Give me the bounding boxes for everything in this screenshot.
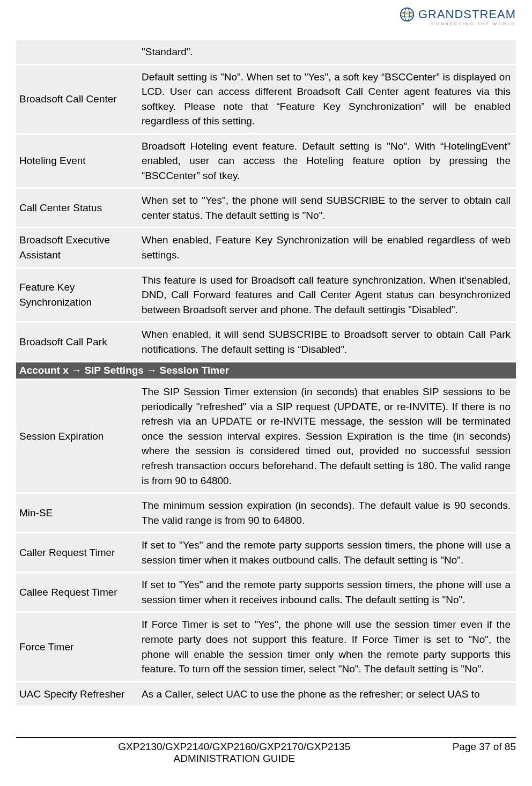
setting-description: If Force Timer is set to "Yes", the phon… bbox=[138, 613, 516, 680]
setting-label: Hoteling Event bbox=[16, 135, 138, 188]
footer-title-line2: ADMINISTRATION GUIDE bbox=[16, 753, 453, 765]
table-row: Hoteling Event Broadsoft Hoteling event … bbox=[16, 135, 516, 188]
table-row: Broadsoft Call Park When enabled, it wil… bbox=[16, 323, 516, 361]
table-row: Caller Request Timer If set to "Yes" and… bbox=[16, 533, 516, 572]
page-footer: GXP2130/GXP2140/GXP2160/GXP2170/GXP2135 … bbox=[16, 737, 516, 765]
table-row: Callee Request Timer If set to "Yes" and… bbox=[16, 573, 516, 611]
table-row: Broadsoft Call Center Default setting is… bbox=[16, 65, 516, 133]
table-row: Force Timer If Force Timer is set to "Ye… bbox=[16, 613, 516, 680]
settings-table: "Standard". Broadsoft Call Center Defaul… bbox=[16, 39, 516, 707]
section-header-prefix: Account x bbox=[19, 365, 71, 376]
table-row: Min-SE The minimum session expiration (i… bbox=[16, 494, 516, 532]
setting-label: Broadsoft Call Park bbox=[16, 323, 138, 361]
table-row: UAC Specify Refresher As a Caller, selec… bbox=[16, 683, 516, 706]
table-row: Feature Key Synchronization This feature… bbox=[16, 269, 516, 322]
setting-label: Broadsoft Executive Assistant bbox=[16, 228, 138, 266]
section-header-mid: SIP Settings bbox=[82, 365, 146, 376]
table-row: Call Center Status When set to "Yes", th… bbox=[16, 189, 516, 227]
setting-description: When set to "Yes", the phone will send S… bbox=[138, 189, 516, 227]
setting-description: The minimum session expiration (in secon… bbox=[138, 494, 516, 532]
setting-label: Feature Key Synchronization bbox=[16, 269, 138, 322]
setting-label: Min-SE bbox=[16, 494, 138, 532]
footer-title-line1: GXP2130/GXP2140/GXP2160/GXP2170/GXP2135 bbox=[16, 741, 453, 753]
setting-description: This feature is used for Broadsoft call … bbox=[138, 269, 516, 322]
setting-description: If set to "Yes" and the remote party sup… bbox=[138, 533, 516, 572]
brand-name: GRANDSTREAM bbox=[418, 8, 516, 21]
setting-label: UAC Specify Refresher bbox=[16, 683, 138, 706]
brand-tagline: CONNECTING THE WORLD bbox=[399, 21, 516, 26]
table-row: "Standard". bbox=[16, 40, 516, 64]
table-row: Broadsoft Executive Assistant When enabl… bbox=[16, 228, 516, 266]
table-row: Session Expiration The SIP Session Timer… bbox=[16, 380, 516, 492]
section-header-cell: Account x → SIP Settings → Session Timer bbox=[16, 362, 516, 379]
header-logo: GRANDSTREAM CONNECTING THE WORLD bbox=[399, 6, 516, 26]
section-header-row: Account x → SIP Settings → Session Timer bbox=[16, 362, 516, 379]
page-number: Page 37 of 85 bbox=[453, 741, 516, 753]
setting-label bbox=[16, 40, 138, 64]
setting-description: Default setting is "No". When set to "Ye… bbox=[138, 65, 516, 133]
setting-label: Caller Request Timer bbox=[16, 533, 138, 572]
arrow-right-icon: → bbox=[146, 365, 157, 376]
setting-description: When enabled, it will send SUBSCRIBE to … bbox=[138, 323, 516, 361]
setting-label: Session Expiration bbox=[16, 380, 138, 492]
setting-description: As a Caller, select UAC to use the phone… bbox=[138, 683, 516, 706]
section-header-suffix: Session Timer bbox=[157, 365, 229, 376]
setting-description: The SIP Session Timer extension (in seco… bbox=[138, 380, 516, 492]
setting-description: "Standard". bbox=[138, 40, 516, 64]
setting-label: Force Timer bbox=[16, 613, 138, 680]
setting-label: Call Center Status bbox=[16, 189, 138, 227]
setting-description: Broadsoft Hoteling event feature. Defaul… bbox=[138, 135, 516, 188]
setting-description: If set to "Yes" and the remote party sup… bbox=[138, 573, 516, 611]
setting-label: Broadsoft Call Center bbox=[16, 65, 138, 133]
setting-label: Callee Request Timer bbox=[16, 573, 138, 611]
arrow-right-icon: → bbox=[71, 365, 82, 376]
setting-description: When enabled, Feature Key Synchronizatio… bbox=[138, 228, 516, 266]
brand-logo-icon bbox=[399, 6, 415, 23]
